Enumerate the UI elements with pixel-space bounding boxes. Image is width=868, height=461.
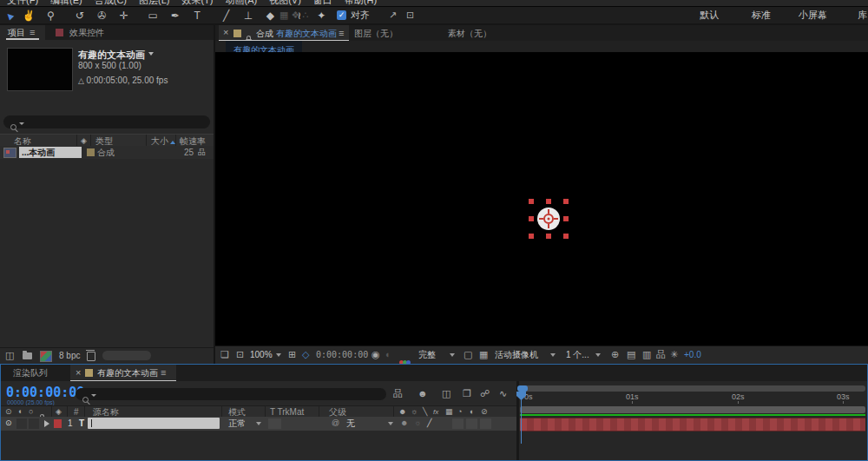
interpret-footage-icon[interactable]: ◫ [5, 350, 14, 361]
pen-tool-icon[interactable]: ✒ [166, 8, 184, 24]
mask-visibility-icon[interactable]: ◇ [302, 349, 309, 360]
project-item-name-field[interactable]: ...本动画 [19, 147, 82, 158]
menu-item-layer[interactable]: 图层(L) [139, 0, 169, 6]
delete-icon[interactable] [87, 352, 95, 361]
frame-blending-icon[interactable]: ◫ [442, 388, 450, 399]
tab-footage-viewer[interactable]: 素材（无） [448, 28, 491, 39]
type-tool-icon[interactable]: T [188, 8, 207, 24]
timeline-panel-icon[interactable]: ▥ [642, 349, 651, 360]
selection-handle[interactable] [563, 199, 569, 204]
new-folder-icon[interactable] [23, 352, 32, 359]
pixel-aspect-icon[interactable]: ⊕ [611, 349, 619, 360]
selection-handle[interactable] [546, 199, 551, 204]
chevron-down-icon[interactable] [450, 353, 455, 359]
chevron-down-icon[interactable] [595, 353, 601, 359]
camera-dropdown[interactable]: 活动摄像机 [495, 349, 538, 360]
camera-tool-icon[interactable]: ✇ [93, 8, 111, 24]
layer-solo-cell[interactable] [29, 418, 39, 429]
selection-handle[interactable] [563, 234, 569, 239]
layer-audio-cell[interactable] [16, 418, 27, 429]
viewer-menu-icon[interactable]: ≡ [339, 28, 344, 39]
transparency-grid-icon[interactable]: ▦ [479, 349, 488, 360]
layer-collapse-icon[interactable]: ☼ [414, 418, 421, 429]
resolution-dropdown[interactable]: 完整 [418, 349, 436, 360]
selection-handle[interactable] [529, 199, 534, 204]
region-expand-icon[interactable]: ⊡ [406, 10, 414, 21]
tab-project[interactable]: 项目 ≡ [0, 25, 45, 40]
layer-label-swatch[interactable] [54, 419, 62, 428]
blend-mode-dropdown[interactable]: 正常 [228, 418, 246, 429]
motion-blur-icon[interactable]: ❐ [463, 388, 471, 399]
menu-item-help[interactable]: 帮助(H) [345, 0, 377, 6]
fast-previews-icon[interactable]: ▤ [627, 349, 635, 360]
menu-item-file[interactable]: 文件(F) [7, 0, 38, 6]
close-tab-icon[interactable]: × [223, 27, 228, 38]
shy-layers-icon[interactable]: ☻ [418, 388, 428, 399]
region-of-interest-icon[interactable]: ▢ [464, 349, 472, 360]
snapshot-icon[interactable]: ◉ [372, 349, 380, 360]
panel-menu-icon[interactable]: ≡ [30, 27, 35, 38]
snap-checkbox[interactable]: ✓ [337, 10, 346, 20]
time-navigator-bar[interactable] [522, 385, 865, 392]
label-color-swatch[interactable] [87, 148, 95, 156]
view-layout-dropdown[interactable]: 1 个... [566, 349, 589, 360]
project-search-input[interactable] [3, 115, 210, 128]
trkmat-cell[interactable] [268, 418, 281, 429]
composition-canvas[interactable] [215, 52, 868, 346]
layer-shy-icon[interactable]: ☻ [400, 418, 408, 429]
parent-pickwhip-icon[interactable]: @ [332, 418, 339, 429]
chevron-down-icon[interactable] [276, 353, 281, 359]
layer-visibility-eye-icon[interactable]: ⊙ [5, 418, 12, 429]
timeline-search-input[interactable] [76, 388, 386, 400]
layer-row[interactable]: ⊙ 1 T 正常 @ 无 ☻ ☼ ╱ [1, 417, 516, 431]
grid-guides-icon[interactable]: ⊞ [288, 349, 296, 360]
workspace-standard[interactable]: 标准 [752, 10, 771, 21]
project-item-row[interactable]: ...本动画 合成 25 品 [0, 146, 214, 159]
hand-tool-icon[interactable]: ✌ [19, 8, 37, 24]
selection-tool-icon[interactable]: ► [0, 6, 20, 26]
menu-item-animation[interactable]: 动画(A) [226, 0, 258, 6]
tab-timeline-comp[interactable]: × 有趣的文本动画 ≡ [70, 365, 176, 381]
tab-effect-controls[interactable]: 效果控件 [49, 25, 161, 40]
pan-behind-tool-icon[interactable]: ✛ [115, 8, 133, 24]
brainstorm-icon[interactable]: ☍ [480, 388, 490, 399]
panel-resize-pill[interactable] [102, 351, 151, 360]
new-composition-icon[interactable] [40, 351, 52, 362]
exposure-reset-icon[interactable]: ✳ [670, 349, 678, 360]
layer-expand-icon[interactable] [44, 420, 53, 427]
layer-duration-bar[interactable] [520, 418, 865, 431]
comp-navigator-tab[interactable]: 有趣的文本动画 [226, 41, 302, 52]
magnification-dropdown[interactable]: 100% [250, 349, 273, 360]
menu-item-edit[interactable]: 编辑(E) [50, 0, 82, 6]
time-navigator-start-handle[interactable] [517, 385, 528, 392]
tab-layer-viewer[interactable]: 图层（无） [354, 28, 398, 39]
menu-item-effect[interactable]: 效果(T) [181, 0, 213, 6]
menu-item-view[interactable]: 视图(V) [269, 0, 301, 6]
selection-handle[interactable] [563, 216, 569, 221]
clone-stamp-tool-icon[interactable]: ⊥ [240, 8, 258, 24]
puppet-pin-tool-icon[interactable]: ✦ [312, 8, 331, 24]
chevron-down-icon[interactable] [550, 353, 556, 359]
selection-handle[interactable] [546, 234, 551, 239]
eraser-tool-icon[interactable]: ◆ [261, 8, 279, 24]
workspace-default[interactable]: 默认 [700, 10, 719, 21]
layer-switch-cell[interactable] [480, 418, 491, 429]
rotation-tool-icon[interactable]: ↺ [70, 8, 89, 24]
graph-editor-icon[interactable]: ∿ [499, 388, 507, 399]
viewer-timecode[interactable]: 0:00:00:00 [316, 349, 368, 360]
flowchart-icon[interactable]: 品 [656, 349, 666, 360]
motion-sketch-icon[interactable]: ↗ [389, 10, 397, 21]
rectangle-tool-icon[interactable]: ▭ [144, 8, 162, 24]
selection-handle[interactable] [529, 234, 534, 239]
project-comp-name[interactable]: 有趣的文本动画 [78, 49, 145, 60]
chevron-down-icon[interactable] [256, 422, 261, 428]
menu-item-window[interactable]: 窗口 [313, 0, 332, 6]
parent-dropdown[interactable]: 无 [346, 418, 355, 429]
layer-switch-cell[interactable] [452, 418, 464, 429]
tab-composition-viewer[interactable]: × 合成 有趣的文本动画 ≡ [219, 25, 349, 41]
layer-quality-icon[interactable]: ╱ [427, 418, 431, 429]
zoom-tool-icon[interactable]: ⚲ [42, 8, 60, 24]
selection-handle[interactable] [529, 216, 534, 221]
close-tab-icon[interactable]: × [76, 367, 81, 379]
comp-name-dropdown-icon[interactable] [148, 52, 154, 58]
